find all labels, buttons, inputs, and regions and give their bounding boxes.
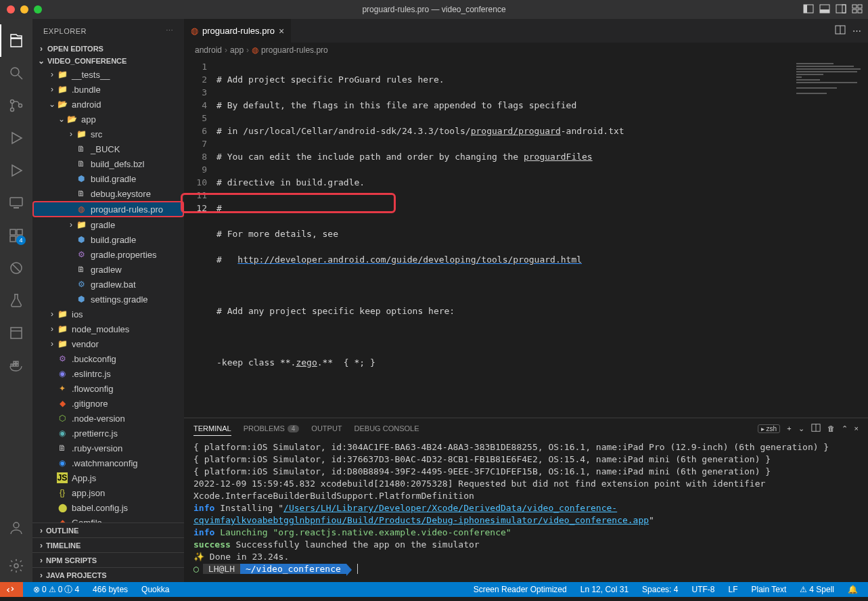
file-prettierrc[interactable]: ◉.prettierrc.js bbox=[32, 426, 184, 441]
settings-button[interactable] bbox=[0, 550, 32, 582]
file-gitignore[interactable]: ◆.gitignore bbox=[32, 396, 184, 411]
status-spell[interactable]: ⚠4 Spell bbox=[796, 585, 838, 594]
code-content[interactable]: # Add project specific ProGuard rules he… bbox=[216, 58, 787, 418]
file-app-js[interactable]: JSApp.js bbox=[32, 470, 184, 485]
java-projects-section[interactable]: ›JAVA PROJECTS bbox=[32, 567, 184, 582]
svg-rect-23 bbox=[11, 328, 22, 338]
run-debug-button[interactable] bbox=[0, 122, 32, 154]
svg-point-14 bbox=[19, 104, 22, 108]
split-terminal-icon[interactable] bbox=[811, 423, 821, 434]
close-tab-icon[interactable]: × bbox=[279, 26, 284, 37]
beaker-icon[interactable] bbox=[0, 284, 32, 317]
tab-proguard[interactable]: ◍ proguard-rules.pro × bbox=[184, 19, 292, 43]
file-proguard-rules[interactable]: ◍proguard-rules.pro bbox=[32, 201, 184, 217]
file-gemfile[interactable]: ◆Gemfile bbox=[32, 515, 184, 522]
minimap[interactable] bbox=[787, 58, 868, 418]
file-gradle-properties[interactable]: ⚙gradle.properties bbox=[32, 247, 184, 262]
svg-rect-7 bbox=[858, 5, 862, 8]
file-eslintrc[interactable]: ◉.eslintrc.js bbox=[32, 366, 184, 381]
terminal-dropdown-icon[interactable]: ⌄ bbox=[798, 424, 804, 433]
file-gradlew-bat[interactable]: ⚙gradlew.bat bbox=[32, 277, 184, 292]
svg-rect-9 bbox=[858, 9, 862, 13]
block-icon[interactable] bbox=[0, 252, 32, 284]
svg-rect-17 bbox=[10, 229, 16, 235]
folder-node-modules[interactable]: ›📁node_modules bbox=[32, 321, 184, 336]
file-flowconfig[interactable]: ✦.flowconfig bbox=[32, 381, 184, 396]
maximize-window-button[interactable] bbox=[34, 5, 42, 14]
folder-src[interactable]: ›📁src bbox=[32, 127, 184, 141]
workspace-section[interactable]: ⌄VIDEO_CONFERENCE bbox=[32, 55, 184, 67]
file-gradlew[interactable]: 🗎gradlew bbox=[32, 262, 184, 277]
status-encoding[interactable]: UTF-8 bbox=[688, 585, 718, 594]
status-cursor[interactable]: Ln 12, Col 31 bbox=[577, 585, 632, 594]
folder-gradle[interactable]: ›📁gradle bbox=[32, 217, 184, 232]
file-ruby-version[interactable]: 🗎.ruby-version bbox=[32, 441, 184, 455]
file-watchmanconfig[interactable]: ◉.watchmanconfig bbox=[32, 455, 184, 470]
terminal-content[interactable]: { platform:iOS Simulator, id:304AC1FE-BA… bbox=[184, 439, 868, 582]
folder-app[interactable]: ⌄📂app bbox=[32, 112, 184, 127]
status-errors[interactable]: ⊗0 ⚠0 ⓘ4 bbox=[30, 584, 83, 596]
folder-bundle[interactable]: ›📁.bundle bbox=[32, 82, 184, 97]
close-panel-icon[interactable]: × bbox=[854, 424, 859, 432]
shell-selector[interactable]: ▸ zsh bbox=[758, 424, 781, 433]
titlebar: proguard-rules.pro — video_conference bbox=[0, 0, 868, 19]
status-screen-reader[interactable]: Screen Reader Optimized bbox=[470, 585, 570, 594]
svg-point-25 bbox=[14, 522, 19, 528]
folder-android[interactable]: ⌄📂android bbox=[32, 97, 184, 112]
status-quokka[interactable]: Quokka bbox=[138, 585, 173, 594]
file-settings-gradle[interactable]: ⬢settings.gradle bbox=[32, 292, 184, 307]
minimize-window-button[interactable] bbox=[20, 5, 28, 14]
terminal-tab[interactable]: TERMINAL bbox=[193, 424, 231, 436]
new-terminal-icon[interactable]: + bbox=[787, 424, 791, 432]
npm-scripts-section[interactable]: ›NPM SCRIPTS bbox=[32, 552, 184, 567]
debug-console-tab[interactable]: DEBUG CONSOLE bbox=[355, 424, 419, 432]
folder-vendor[interactable]: ›📁vendor bbox=[32, 336, 184, 351]
close-window-button[interactable] bbox=[7, 5, 15, 14]
breadcrumb[interactable]: android› app› ◍proguard-rules.pro bbox=[184, 43, 868, 58]
file-build-defs[interactable]: 🗎build_defs.bzl bbox=[32, 156, 184, 171]
outline-section[interactable]: ›OUTLINE bbox=[32, 522, 184, 537]
activity-bar: 4 bbox=[0, 19, 32, 582]
docker-icon[interactable] bbox=[0, 349, 32, 382]
layout-panel-icon[interactable] bbox=[819, 3, 830, 16]
status-indent[interactable]: Spaces: 4 bbox=[639, 585, 681, 594]
titlebar-right-actions bbox=[803, 3, 863, 16]
svg-point-12 bbox=[11, 100, 14, 104]
timeline-section[interactable]: ›TIMELINE bbox=[32, 537, 184, 552]
file-build-gradle-1[interactable]: ⬢build.gradle bbox=[32, 171, 184, 186]
kill-terminal-icon[interactable]: 🗑 bbox=[827, 424, 835, 432]
file-buckconfig[interactable]: ⚙.buckconfig bbox=[32, 351, 184, 366]
file-node-version[interactable]: ⬡.node-version bbox=[32, 411, 184, 426]
remote-indicator[interactable] bbox=[0, 582, 23, 597]
status-notifications-icon[interactable]: 🔔 bbox=[844, 585, 861, 594]
output-tab[interactable]: OUTPUT bbox=[311, 424, 342, 432]
explorer-more-icon[interactable]: ⋯ bbox=[166, 26, 174, 35]
folder-ios[interactable]: ›📁ios bbox=[32, 307, 184, 321]
file-build-gradle-2[interactable]: ⬢build.gradle bbox=[32, 232, 184, 247]
extensions-button[interactable]: 4 bbox=[0, 219, 32, 252]
remote-explorer-button[interactable] bbox=[0, 187, 32, 219]
source-control-button[interactable] bbox=[0, 89, 32, 122]
folder-tests[interactable]: ›📁__tests__ bbox=[32, 67, 184, 82]
file-debug-keystore[interactable]: 🗎debug.keystore bbox=[32, 186, 184, 201]
customize-layout-icon[interactable] bbox=[852, 3, 863, 16]
accounts-button[interactable] bbox=[0, 512, 32, 544]
split-editor-icon[interactable] bbox=[835, 24, 846, 37]
status-eol[interactable]: LF bbox=[725, 585, 741, 594]
run-button[interactable] bbox=[0, 154, 32, 187]
problems-tab[interactable]: PROBLEMS4 bbox=[244, 424, 300, 432]
file-buck[interactable]: 🗎_BUCK bbox=[32, 141, 184, 156]
open-editors-section[interactable]: ›OPEN EDITORS bbox=[32, 43, 184, 55]
file-babel-config[interactable]: ⬤babel.config.js bbox=[32, 500, 184, 515]
maximize-panel-icon[interactable]: ⌃ bbox=[842, 424, 848, 433]
more-actions-icon[interactable]: ⋯ bbox=[852, 26, 861, 36]
explorer-view-button[interactable] bbox=[0, 24, 32, 57]
status-file-size[interactable]: 466 bytes bbox=[89, 585, 131, 594]
layout-sidebar-left-icon[interactable] bbox=[803, 3, 814, 16]
editor-body[interactable]: 123456789101112 # Add project specific P… bbox=[184, 58, 868, 418]
project-icon[interactable] bbox=[0, 317, 32, 349]
file-app-json[interactable]: {}app.json bbox=[32, 485, 184, 500]
status-language[interactable]: Plain Text bbox=[748, 585, 790, 594]
layout-sidebar-right-icon[interactable] bbox=[836, 3, 846, 16]
search-view-button[interactable] bbox=[0, 57, 32, 89]
